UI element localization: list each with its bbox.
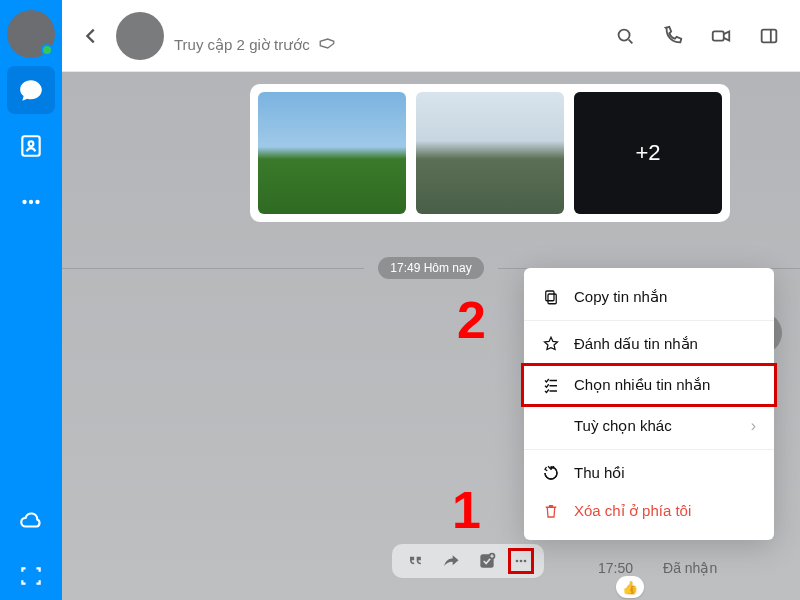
forward-button[interactable] <box>438 548 464 574</box>
message-meta: 17:50 Đã nhận <box>598 560 717 576</box>
ctx-star-label: Đánh dấu tin nhắn <box>574 335 698 353</box>
multiselect-icon <box>542 376 560 394</box>
svg-point-4 <box>35 200 39 204</box>
more-horizontal-icon <box>18 189 44 215</box>
cloud-icon <box>18 507 44 533</box>
svg-rect-6 <box>713 31 724 40</box>
video-icon <box>710 25 732 47</box>
presence-dot <box>41 44 53 56</box>
check-badge-icon <box>477 551 497 571</box>
message-time: 17:50 <box>598 560 633 576</box>
panel-toggle-button[interactable] <box>752 19 786 53</box>
quote-icon <box>405 551 425 571</box>
more-horizontal-icon <box>513 551 529 571</box>
left-rail <box>0 0 62 600</box>
ctx-star[interactable]: Đánh dấu tin nhắn <box>524 325 774 363</box>
thumbs-up-icon: 👍 <box>622 580 638 595</box>
svg-point-11 <box>520 560 523 563</box>
annotation-1: 1 <box>452 480 481 540</box>
back-button[interactable] <box>76 21 106 51</box>
search-button[interactable] <box>608 19 642 53</box>
main-panel: Truy cập 2 giờ trước +2 17:49 Hôm nay <box>62 0 800 600</box>
contacts-icon <box>18 133 44 159</box>
phone-icon <box>662 25 684 47</box>
svg-point-3 <box>29 200 33 204</box>
panel-icon <box>758 25 780 47</box>
rail-chat-button[interactable] <box>7 66 55 114</box>
annotation-2: 2 <box>457 290 486 350</box>
rail-contacts-button[interactable] <box>7 122 55 170</box>
capture-icon <box>18 563 44 589</box>
search-icon <box>614 25 636 47</box>
contact-status: Truy cập 2 giờ trước <box>174 36 336 54</box>
forward-icon <box>441 551 461 571</box>
call-button[interactable] <box>656 19 690 53</box>
svg-point-2 <box>22 200 26 204</box>
last-seen-text: Truy cập 2 giờ trước <box>174 36 310 54</box>
media-thumb-3[interactable]: +2 <box>574 92 722 214</box>
rail-cloud-button[interactable] <box>7 496 55 544</box>
time-pill: 17:49 Hôm nay <box>378 257 483 279</box>
rail-more-button[interactable] <box>7 178 55 226</box>
svg-rect-13 <box>548 294 556 304</box>
media-more-overlay: +2 <box>574 92 722 214</box>
ctx-recall-label: Thu hồi <box>574 464 625 482</box>
svg-rect-14 <box>546 291 554 301</box>
react-button[interactable]: 👍 <box>616 576 644 598</box>
contact-avatar[interactable] <box>116 12 164 60</box>
ctx-copy[interactable]: Copy tin nhắn <box>524 278 774 316</box>
svg-point-5 <box>619 29 630 40</box>
ctx-multiselect[interactable]: Chọn nhiều tin nhắn <box>524 366 774 404</box>
contact-title-area: Truy cập 2 giờ trước <box>174 18 336 54</box>
media-message[interactable]: +2 <box>250 84 730 222</box>
tag-icon <box>318 36 336 54</box>
chat-area[interactable]: +2 17:49 Hôm nay 2 1 17:50 Đã nhận 👍 <box>62 72 800 600</box>
chat-icon <box>18 77 44 103</box>
context-menu: Copy tin nhắn Đánh dấu tin nhắn Chọn nhi… <box>524 268 774 540</box>
copy-icon <box>542 288 560 306</box>
ctx-delete-me[interactable]: Xóa chỉ ở phía tôi <box>524 492 774 530</box>
tag-chip[interactable] <box>318 36 336 54</box>
quote-button[interactable] <box>402 548 428 574</box>
rail-capture-button[interactable] <box>7 552 55 600</box>
trash-icon <box>542 502 560 520</box>
ctx-multiselect-label: Chọn nhiều tin nhắn <box>574 376 710 394</box>
me-avatar[interactable] <box>7 10 55 58</box>
more-actions-button[interactable] <box>508 548 534 574</box>
ctx-more-label: Tuỳ chọn khác <box>574 417 672 435</box>
video-call-button[interactable] <box>704 19 738 53</box>
star-icon <box>542 335 560 353</box>
svg-point-12 <box>524 560 527 563</box>
chevron-right-icon: › <box>751 417 756 435</box>
svg-point-10 <box>516 560 519 563</box>
ctx-delete-label: Xóa chỉ ở phía tôi <box>574 502 691 520</box>
ctx-copy-label: Copy tin nhắn <box>574 288 667 306</box>
todo-button[interactable] <box>474 548 500 574</box>
chevron-left-icon <box>80 25 102 47</box>
svg-point-1 <box>29 141 34 146</box>
message-action-bar <box>392 544 544 578</box>
chat-header: Truy cập 2 giờ trước <box>62 0 800 72</box>
ctx-more-options[interactable]: Tuỳ chọn khác › <box>524 407 774 445</box>
header-actions <box>608 19 786 53</box>
ctx-recall[interactable]: Thu hồi <box>524 454 774 492</box>
recall-icon <box>542 464 560 482</box>
message-status: Đã nhận <box>663 560 717 576</box>
svg-rect-7 <box>762 29 777 42</box>
media-thumb-1[interactable] <box>258 92 406 214</box>
media-thumb-2[interactable] <box>416 92 564 214</box>
